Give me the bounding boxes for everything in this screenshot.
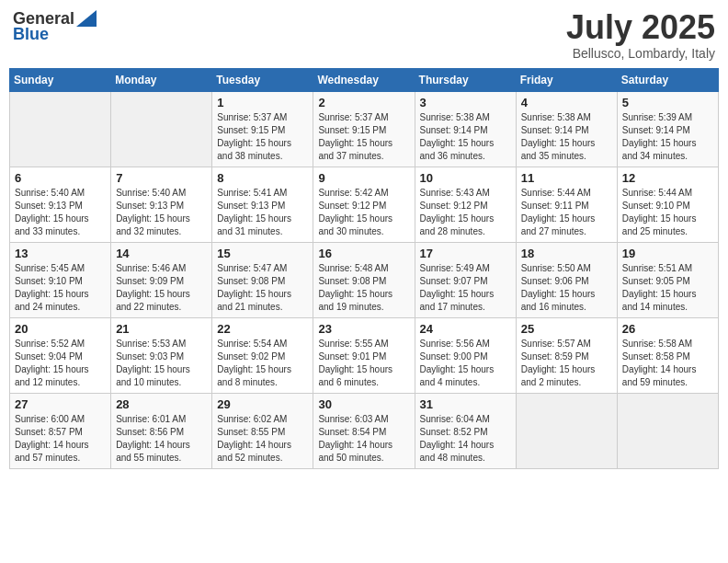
- logo-blue-text: Blue: [13, 25, 49, 44]
- day-info: Sunrise: 5:44 AM Sunset: 9:11 PM Dayligh…: [521, 187, 612, 238]
- day-number: 3: [420, 96, 511, 109]
- day-number: 19: [622, 247, 713, 260]
- calendar-cell: 16Sunrise: 5:48 AM Sunset: 9:08 PM Dayli…: [313, 242, 415, 317]
- col-header-thursday: Thursday: [415, 68, 516, 91]
- calendar-cell: 10Sunrise: 5:43 AM Sunset: 9:12 PM Dayli…: [415, 167, 516, 242]
- calendar-cell: [111, 91, 212, 167]
- day-number: 20: [15, 322, 106, 336]
- calendar-cell: 29Sunrise: 6:02 AM Sunset: 8:55 PM Dayli…: [212, 393, 313, 468]
- day-number: 12: [622, 171, 713, 185]
- calendar-cell: 14Sunrise: 5:46 AM Sunset: 9:09 PM Dayli…: [111, 242, 212, 317]
- day-info: Sunrise: 6:03 AM Sunset: 8:54 PM Dayligh…: [318, 413, 409, 465]
- logo: General Blue: [13, 9, 97, 44]
- day-info: Sunrise: 5:47 AM Sunset: 9:08 PM Dayligh…: [217, 262, 308, 314]
- day-info: Sunrise: 5:57 AM Sunset: 8:59 PM Dayligh…: [521, 338, 612, 389]
- day-info: Sunrise: 5:48 AM Sunset: 9:08 PM Dayligh…: [318, 262, 409, 314]
- col-header-tuesday: Tuesday: [212, 68, 313, 91]
- calendar-week-row: 13Sunrise: 5:45 AM Sunset: 9:10 PM Dayli…: [10, 242, 719, 317]
- calendar-week-row: 20Sunrise: 5:52 AM Sunset: 9:04 PM Dayli…: [10, 317, 719, 393]
- col-header-saturday: Saturday: [617, 68, 718, 91]
- day-info: Sunrise: 5:49 AM Sunset: 9:07 PM Dayligh…: [420, 262, 511, 314]
- calendar-cell: [617, 393, 718, 468]
- calendar-cell: 4Sunrise: 5:38 AM Sunset: 9:14 PM Daylig…: [516, 91, 617, 167]
- day-number: 24: [420, 322, 511, 336]
- day-number: 26: [622, 322, 713, 336]
- calendar-cell: 11Sunrise: 5:44 AM Sunset: 9:11 PM Dayli…: [516, 167, 617, 242]
- day-number: 21: [116, 322, 207, 336]
- calendar-cell: 3Sunrise: 5:38 AM Sunset: 9:14 PM Daylig…: [415, 91, 516, 167]
- calendar-cell: 2Sunrise: 5:37 AM Sunset: 9:15 PM Daylig…: [313, 91, 415, 167]
- calendar-cell: 21Sunrise: 5:53 AM Sunset: 9:03 PM Dayli…: [111, 317, 212, 393]
- day-info: Sunrise: 5:41 AM Sunset: 9:13 PM Dayligh…: [217, 187, 308, 238]
- day-info: Sunrise: 5:56 AM Sunset: 9:00 PM Dayligh…: [420, 338, 511, 389]
- calendar-cell: 24Sunrise: 5:56 AM Sunset: 9:00 PM Dayli…: [415, 317, 516, 393]
- day-number: 22: [217, 322, 308, 336]
- day-number: 8: [217, 171, 308, 185]
- day-number: 4: [521, 96, 612, 109]
- calendar-cell: 23Sunrise: 5:55 AM Sunset: 9:01 PM Dayli…: [313, 317, 415, 393]
- day-info: Sunrise: 5:37 AM Sunset: 9:15 PM Dayligh…: [217, 111, 308, 163]
- calendar-cell: 6Sunrise: 5:40 AM Sunset: 9:13 PM Daylig…: [10, 167, 111, 242]
- day-info: Sunrise: 5:37 AM Sunset: 9:15 PM Dayligh…: [318, 111, 409, 163]
- day-number: 31: [420, 397, 511, 411]
- calendar-cell: 7Sunrise: 5:40 AM Sunset: 9:13 PM Daylig…: [111, 167, 212, 242]
- day-number: 25: [521, 322, 612, 336]
- day-info: Sunrise: 5:40 AM Sunset: 9:13 PM Dayligh…: [116, 187, 207, 238]
- day-number: 14: [116, 247, 207, 260]
- day-info: Sunrise: 5:44 AM Sunset: 9:10 PM Dayligh…: [622, 187, 713, 238]
- day-info: Sunrise: 5:55 AM Sunset: 9:01 PM Dayligh…: [318, 338, 409, 389]
- calendar-cell: 22Sunrise: 5:54 AM Sunset: 9:02 PM Dayli…: [212, 317, 313, 393]
- day-number: 16: [318, 247, 409, 260]
- calendar-cell: 8Sunrise: 5:41 AM Sunset: 9:13 PM Daylig…: [212, 167, 313, 242]
- day-info: Sunrise: 5:50 AM Sunset: 9:06 PM Dayligh…: [521, 262, 612, 314]
- calendar-header-row: SundayMondayTuesdayWednesdayThursdayFrid…: [10, 68, 719, 91]
- title-block: July 2025 Bellusco, Lombardy, Italy: [566, 9, 715, 61]
- calendar-cell: [516, 393, 617, 468]
- day-info: Sunrise: 6:01 AM Sunset: 8:56 PM Dayligh…: [116, 413, 207, 465]
- day-info: Sunrise: 5:45 AM Sunset: 9:10 PM Dayligh…: [15, 262, 106, 314]
- day-number: 30: [318, 397, 409, 411]
- day-number: 17: [420, 247, 511, 260]
- calendar-cell: 19Sunrise: 5:51 AM Sunset: 9:05 PM Dayli…: [617, 242, 718, 317]
- day-info: Sunrise: 5:39 AM Sunset: 9:14 PM Dayligh…: [622, 111, 713, 163]
- day-info: Sunrise: 5:38 AM Sunset: 9:14 PM Dayligh…: [420, 111, 511, 163]
- calendar-cell: 31Sunrise: 6:04 AM Sunset: 8:52 PM Dayli…: [415, 393, 516, 468]
- calendar-cell: 26Sunrise: 5:58 AM Sunset: 8:58 PM Dayli…: [617, 317, 718, 393]
- calendar-week-row: 27Sunrise: 6:00 AM Sunset: 8:57 PM Dayli…: [10, 393, 719, 468]
- calendar-cell: 20Sunrise: 5:52 AM Sunset: 9:04 PM Dayli…: [10, 317, 111, 393]
- day-number: 15: [217, 247, 308, 260]
- calendar-cell: 5Sunrise: 5:39 AM Sunset: 9:14 PM Daylig…: [617, 91, 718, 167]
- calendar-cell: 27Sunrise: 6:00 AM Sunset: 8:57 PM Dayli…: [10, 393, 111, 468]
- day-number: 29: [217, 397, 308, 411]
- day-info: Sunrise: 6:00 AM Sunset: 8:57 PM Dayligh…: [15, 413, 106, 465]
- day-info: Sunrise: 5:51 AM Sunset: 9:05 PM Dayligh…: [622, 262, 713, 314]
- day-number: 2: [318, 96, 409, 109]
- day-info: Sunrise: 5:54 AM Sunset: 9:02 PM Dayligh…: [217, 338, 308, 389]
- calendar-cell: 18Sunrise: 5:50 AM Sunset: 9:06 PM Dayli…: [516, 242, 617, 317]
- calendar-cell: 17Sunrise: 5:49 AM Sunset: 9:07 PM Dayli…: [415, 242, 516, 317]
- day-number: 6: [15, 171, 106, 185]
- calendar-cell: 13Sunrise: 5:45 AM Sunset: 9:10 PM Dayli…: [10, 242, 111, 317]
- day-number: 18: [521, 247, 612, 260]
- page-header: General Blue July 2025 Bellusco, Lombard…: [9, 9, 719, 61]
- day-info: Sunrise: 5:53 AM Sunset: 9:03 PM Dayligh…: [116, 338, 207, 389]
- day-info: Sunrise: 6:04 AM Sunset: 8:52 PM Dayligh…: [420, 413, 511, 465]
- col-header-wednesday: Wednesday: [313, 68, 415, 91]
- day-number: 28: [116, 397, 207, 411]
- day-info: Sunrise: 5:38 AM Sunset: 9:14 PM Dayligh…: [521, 111, 612, 163]
- svg-marker-0: [76, 10, 97, 27]
- day-info: Sunrise: 5:43 AM Sunset: 9:12 PM Dayligh…: [420, 187, 511, 238]
- month-year-title: July 2025: [566, 9, 715, 46]
- day-number: 1: [217, 96, 308, 109]
- calendar-cell: 30Sunrise: 6:03 AM Sunset: 8:54 PM Dayli…: [313, 393, 415, 468]
- day-info: Sunrise: 5:42 AM Sunset: 9:12 PM Dayligh…: [318, 187, 409, 238]
- calendar-cell: 15Sunrise: 5:47 AM Sunset: 9:08 PM Dayli…: [212, 242, 313, 317]
- calendar-cell: 25Sunrise: 5:57 AM Sunset: 8:59 PM Dayli…: [516, 317, 617, 393]
- day-info: Sunrise: 5:40 AM Sunset: 9:13 PM Dayligh…: [15, 187, 106, 238]
- calendar-cell: 1Sunrise: 5:37 AM Sunset: 9:15 PM Daylig…: [212, 91, 313, 167]
- calendar-cell: [10, 91, 111, 167]
- day-number: 27: [15, 397, 106, 411]
- calendar-cell: 9Sunrise: 5:42 AM Sunset: 9:12 PM Daylig…: [313, 167, 415, 242]
- col-header-monday: Monday: [111, 68, 212, 91]
- day-info: Sunrise: 5:46 AM Sunset: 9:09 PM Dayligh…: [116, 262, 207, 314]
